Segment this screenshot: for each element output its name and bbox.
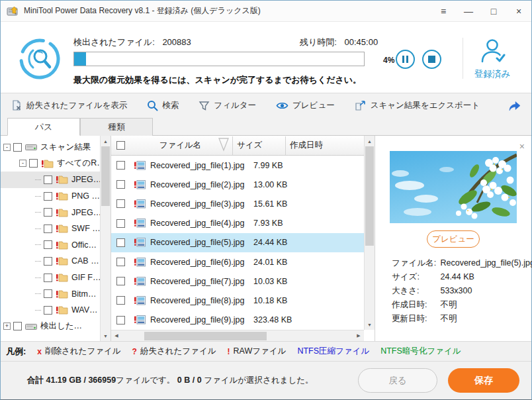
scroll-up-icon[interactable]: ▲: [101, 136, 111, 146]
file-row[interactable]: Recovered_jpg_file(9).jpg 323.48 KB: [111, 311, 375, 330]
file-size: 10.18 KB: [247, 296, 304, 305]
tree-expander[interactable]: +: [3, 323, 11, 330]
tree-item[interactable]: - すべてのR…: [1, 156, 111, 172]
stop-button[interactable]: [422, 50, 441, 69]
file-info-value: 不明: [440, 314, 457, 323]
row-checkbox[interactable]: [116, 161, 125, 170]
tree-item[interactable]: Offic…: [1, 237, 111, 254]
tab-path[interactable]: パス: [7, 118, 80, 136]
legend-label: 紛失されたファイル: [140, 346, 216, 357]
tree-scrollbar[interactable]: ▲ ▼: [100, 136, 111, 341]
tree-item[interactable]: JPEG…: [1, 204, 111, 221]
scroll-left-icon[interactable]: ◀: [111, 330, 122, 342]
legend-item: ? 紛失されたファイル: [132, 346, 216, 357]
save-button[interactable]: 保存: [448, 368, 519, 393]
show-lost-files-button[interactable]: 紛失されたファイルを表示: [11, 100, 127, 111]
file-row[interactable]: Recovered_jpg_file(5).jpg 24.44 KB: [111, 233, 375, 252]
tree-item[interactable]: + 検出した…: [1, 319, 111, 335]
column-filename[interactable]: ファイル名: [128, 140, 232, 151]
tree-checkbox[interactable]: [44, 192, 52, 201]
column-created[interactable]: 作成日時: [286, 140, 375, 151]
tree-checkbox[interactable]: [44, 240, 52, 249]
raw-folder-icon: [56, 289, 68, 299]
row-checkbox[interactable]: [116, 180, 125, 189]
registered-account[interactable]: 登録済み: [466, 38, 518, 80]
menu-icon[interactable]: ≡: [431, 1, 456, 21]
summary-segment: 0 B / 0: [177, 375, 204, 385]
row-checkbox[interactable]: [116, 277, 125, 285]
tab-type[interactable]: 種類: [80, 118, 153, 136]
column-filter-icon[interactable]: [216, 136, 231, 154]
tree-item[interactable]: CAB …: [1, 253, 111, 270]
row-checkbox[interactable]: [116, 219, 125, 228]
tree-expander[interactable]: -: [3, 144, 11, 151]
tree-item[interactable]: PNG …: [1, 188, 111, 205]
file-row[interactable]: Recovered_jpg_file(3).jpg 15.61 KB: [111, 194, 375, 213]
tree-checkbox[interactable]: [44, 257, 52, 266]
file-size: 7.99 KB: [247, 161, 304, 170]
tree-scroll-thumb[interactable]: [101, 146, 110, 206]
pause-button[interactable]: [396, 50, 415, 69]
file-size: 24.44 KB: [247, 238, 304, 247]
scroll-up-icon[interactable]: ▲: [365, 136, 375, 146]
row-checkbox[interactable]: [116, 296, 125, 305]
tree-checkbox[interactable]: [44, 274, 52, 282]
tree-item[interactable]: WAV…: [1, 302, 111, 319]
image-file-icon: [134, 199, 146, 209]
tree-item[interactable]: GIF F…: [1, 270, 111, 286]
tree-checkbox[interactable]: [44, 225, 52, 233]
search-button[interactable]: 検索: [147, 100, 179, 111]
file-name: Recovered_jpg_file(9).jpg: [150, 315, 247, 325]
legend-label: RAWファイル: [234, 346, 287, 357]
file-row[interactable]: Recovered_jpg_file(6).jpg 24.01 KB: [111, 252, 375, 272]
tree-checkbox[interactable]: [13, 322, 22, 330]
tree-checkbox[interactable]: [44, 208, 52, 217]
back-button[interactable]: 戻る: [358, 368, 437, 393]
preview-button[interactable]: プレビュー: [427, 230, 480, 248]
list-horizontal-scrollbar[interactable]: ◀ ▶: [111, 330, 364, 341]
tree-item[interactable]: SWF …: [1, 221, 111, 237]
tree-checkbox[interactable]: [44, 289, 52, 298]
tree-checkbox[interactable]: [44, 175, 52, 184]
column-size[interactable]: サイズ: [233, 140, 285, 151]
minimize-icon[interactable]: —: [456, 1, 481, 21]
tree-checkbox[interactable]: [29, 159, 38, 168]
file-row[interactable]: Recovered_jpg_file(8).jpg 10.18 KB: [111, 291, 375, 310]
file-row[interactable]: Recovered_jpg_file(7).jpg 10.03 KB: [111, 272, 375, 291]
share-button[interactable]: [508, 100, 521, 112]
tree-item[interactable]: JPEG…: [1, 172, 111, 188]
tree-checkbox[interactable]: [13, 143, 22, 152]
preview-close-icon[interactable]: ×: [519, 141, 525, 152]
close-icon[interactable]: ×: [506, 1, 531, 21]
pause-icon: [402, 56, 408, 63]
tree-item[interactable]: - スキャン結果: [1, 139, 111, 156]
scroll-down-icon[interactable]: ▼: [101, 330, 111, 341]
app-window: MiniTool Power Data Recovery v8.1 - 登録済み…: [0, 0, 532, 400]
file-info-label: 更新日時:: [392, 312, 438, 326]
list-scroll-thumb[interactable]: [365, 146, 374, 246]
tree-checkbox[interactable]: [44, 306, 52, 315]
scroll-down-icon[interactable]: ▼: [365, 319, 375, 330]
row-checkbox[interactable]: [116, 316, 125, 325]
tree-connector: [35, 228, 41, 229]
row-checkbox[interactable]: [116, 258, 125, 266]
tree-expander[interactable]: -: [19, 160, 26, 167]
file-name: Recovered_jpg_file(5).jpg: [150, 238, 247, 247]
tree-connector: [35, 179, 41, 180]
tree-item-label: 検出した…: [40, 321, 82, 332]
file-row[interactable]: Recovered_jpg_file(4).jpg 7.93 KB: [111, 214, 375, 233]
file-row[interactable]: Recovered_jpg_file(2).jpg 13.00 KB: [111, 175, 375, 194]
tree-item[interactable]: Bitm…: [1, 285, 111, 302]
scroll-right-icon[interactable]: ▶: [353, 330, 364, 342]
hscroll-thumb[interactable]: [144, 332, 267, 340]
row-checkbox[interactable]: [116, 199, 125, 208]
row-checkbox[interactable]: [116, 238, 125, 247]
file-info-value: 24.44 KB: [440, 272, 474, 281]
export-results-button[interactable]: スキャン結果をエクスポート: [355, 100, 480, 111]
filter-button[interactable]: フィルター: [199, 100, 256, 111]
list-vertical-scrollbar[interactable]: ▲ ▼: [364, 136, 375, 330]
preview-toggle-button[interactable]: プレビュー: [276, 100, 335, 111]
select-all-checkbox[interactable]: [116, 141, 125, 150]
file-row[interactable]: Recovered_jpg_file(1).jpg 7.99 KB: [111, 156, 375, 175]
maximize-icon[interactable]: □: [481, 1, 506, 21]
